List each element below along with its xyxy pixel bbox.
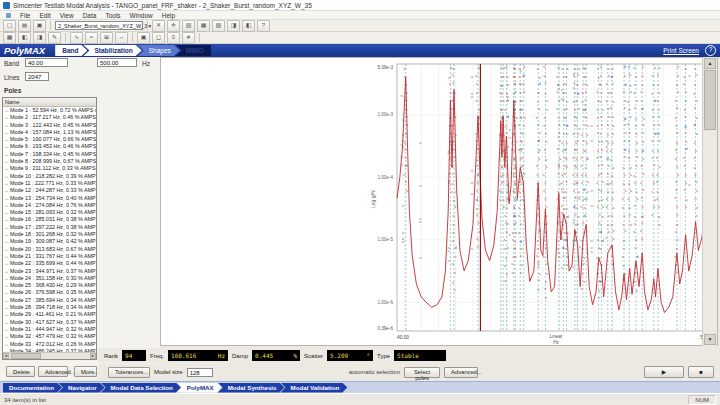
- mode-icon: ↔: [4, 114, 9, 120]
- pole-list-item[interactable]: ↔Mode 10 : 218.282 Hz, 0.39 % AMPS s: [3, 173, 96, 180]
- pole-list-item[interactable]: ↔Mode 13 : 254.734 Hz, 0.40 % AMPS s: [3, 195, 96, 202]
- pole-list-item[interactable]: ↔Mode 11 : 222.771 Hz, 0.33 % AMPS s: [3, 180, 96, 187]
- menu-item-edit[interactable]: Edit: [39, 12, 50, 19]
- banner-step-stabilization[interactable]: Stabilization: [83, 45, 141, 56]
- stabilization-chart[interactable]: 1.00e-31.00e-41.00e-51.00e-65.39e-30.39e…: [160, 57, 718, 346]
- print-icon[interactable]: ◨: [227, 20, 240, 32]
- banner-step-band[interactable]: Band: [55, 45, 87, 56]
- open-icon[interactable]: ▤: [18, 20, 31, 32]
- pole-list-item[interactable]: ↔Mode 27 : 385.694 Hz, 0.34 % AMPS s: [3, 297, 96, 304]
- paste-icon[interactable]: ▦: [197, 20, 210, 32]
- poles-hscrollbar[interactable]: ◄ ►: [3, 352, 96, 359]
- pole-list-item[interactable]: ↔Mode 26 : 376.598 Hz, 0.35 % AMPS s: [3, 289, 96, 296]
- pole-list-item[interactable]: ↔Mode 8 : 208.999 Hz, 0.67 % AMPS s: [3, 158, 96, 165]
- help-icon[interactable]: ?: [257, 20, 270, 32]
- move-icon[interactable]: ↔: [115, 32, 128, 44]
- select-poles-button[interactable]: Select poles: [404, 367, 440, 378]
- hash-icon[interactable]: #: [182, 32, 195, 44]
- poles-list[interactable]: Name ↔Mode 1 : 52.594 Hz, 0.72 % AMPS s↔…: [2, 97, 97, 360]
- menu-item-data[interactable]: Data: [83, 12, 97, 19]
- menu-item-file[interactable]: File: [20, 12, 30, 19]
- advanced-button[interactable]: Advanced...: [38, 366, 68, 377]
- model-size-input[interactable]: 128: [187, 368, 213, 377]
- lines-input[interactable]: 2047: [25, 72, 49, 81]
- pole-list-item[interactable]: ↔Mode 24 : 351.158 Hz, 0.30 % AMPS s: [3, 275, 96, 282]
- pole-list-item[interactable]: ↔Mode 4 : 157.084 Hz, 1.13 % AMPS s: [3, 129, 96, 136]
- curve-icon[interactable]: ∿: [70, 32, 83, 44]
- delete-icon[interactable]: ✕: [152, 20, 165, 32]
- approx-icon[interactable]: ≈: [85, 32, 98, 44]
- edit-icon[interactable]: ✎: [48, 32, 61, 44]
- scroll-down-icon[interactable]: ▼: [704, 334, 716, 345]
- chart-vscrollbar[interactable]: ▲ ▼: [702, 57, 717, 346]
- stop-button[interactable]: ■: [688, 366, 714, 378]
- pole-list-item[interactable]: ↔Mode 14 : 274.084 Hz, 0.76 % AMPS s: [3, 202, 96, 209]
- chart-scroll-thumb[interactable]: [704, 70, 716, 130]
- worksheet-tab-modal-validation[interactable]: Modal Validation: [280, 383, 347, 393]
- pole-list-item[interactable]: ↔Mode 23 : 344.971 Hz, 0.37 % AMPS s: [3, 268, 96, 275]
- pole-list-item[interactable]: ↔Mode 16 : 285.031 Hz, 0.38 % AMPS s: [3, 216, 96, 223]
- advanced-poles-button[interactable]: Advanced...: [444, 367, 478, 378]
- worksheet-tab-modal-data-selection[interactable]: Modal Data Selection: [101, 383, 181, 393]
- pole-list-item[interactable]: ↔Mode 33 : 472.012 Hz, 0.26 % AMPS s: [3, 341, 96, 348]
- worksheet-tab-documentation[interactable]: Documentation: [3, 383, 62, 393]
- pole-list-item[interactable]: ↔Mode 2 : 117.217 Hz, 0.46 % AMPS s: [3, 114, 96, 121]
- select-icon[interactable]: ◧: [18, 32, 31, 44]
- pole-list-item[interactable]: ↔Mode 12 : 244.287 Hz, 0.33 % AMPS s: [3, 187, 96, 194]
- zoom-icon[interactable]: ◨: [33, 32, 46, 44]
- tolerances-button[interactable]: Tolerances...: [108, 367, 150, 378]
- pole-list-item[interactable]: ↔Mode 5 : 190.077 Hz, 0.66 % AMPS s: [3, 136, 96, 143]
- worksheet-tab-polymax[interactable]: PolyMAX: [177, 383, 222, 393]
- new-icon[interactable]: ▢: [3, 20, 16, 32]
- print-screen-link[interactable]: Print Screen: [663, 47, 699, 54]
- pole-list-item[interactable]: ↔Mode 31 : 444.947 Hz, 0.32 % AMPS s: [3, 326, 96, 333]
- scroll-thumb[interactable]: [11, 353, 41, 359]
- pole-list-item[interactable]: ↔Mode 3 : 122.443 Hz, 0.45 % AMPS s: [3, 122, 96, 129]
- box-icon[interactable]: ▣: [137, 32, 150, 44]
- pole-list-item[interactable]: ↔Mode 1 : 52.594 Hz, 0.72 % AMPS s: [3, 107, 96, 114]
- worksheet-tab-modal-synthesis[interactable]: Modal Synthesis: [218, 383, 285, 393]
- pole-list-item[interactable]: ↔Mode 32 : 457.479 Hz, 0.32 % AMPS s: [3, 333, 96, 340]
- menu-item-window[interactable]: Window: [130, 12, 153, 19]
- pole-list-item[interactable]: ↔Mode 17 : 297.222 Hz, 0.38 % AMPS s: [3, 224, 96, 231]
- grid-icon[interactable]: ▦: [3, 32, 16, 44]
- band-from-input[interactable]: 40.00: [25, 58, 68, 67]
- pole-list-item[interactable]: ↔Mode 18 : 301.268 Hz, 0.32 % AMPS s: [3, 231, 96, 238]
- copy-icon[interactable]: ▥: [182, 20, 195, 32]
- pole-list-item[interactable]: ↔Mode 6 : 193.453 Hz, 0.46 % AMPS s: [3, 143, 96, 150]
- snapshot-icon[interactable]: ◧: [242, 20, 255, 32]
- pole-list-item[interactable]: ↔Mode 15 : 281.093 Hz, 0.32 % AMPS s: [3, 209, 96, 216]
- worksheet-tab-navigator[interactable]: Navigator: [58, 383, 105, 393]
- add-icon[interactable]: ⊞: [100, 32, 113, 44]
- auto-selection-label: automatic selection: [349, 369, 400, 375]
- pan-icon[interactable]: ✛: [167, 20, 180, 32]
- menu-item-view[interactable]: View: [60, 12, 74, 19]
- menu-item-help[interactable]: Help: [162, 12, 175, 19]
- pole-list-item[interactable]: ↔Mode 22 : 335.699 Hz, 0.44 % AMPS s: [3, 260, 96, 267]
- scroll-up-icon[interactable]: ▲: [704, 58, 716, 69]
- save-icon[interactable]: ▣: [33, 20, 46, 32]
- delete-button[interactable]: Delete: [6, 366, 35, 377]
- pole-list-item[interactable]: ↔Mode 29 : 411.461 Hz, 0.21 % AMPS s: [3, 311, 96, 318]
- band-to-input[interactable]: 500.00: [97, 58, 137, 67]
- poles-list-header[interactable]: Name: [3, 98, 96, 107]
- pole-list-item[interactable]: ↔Mode 28 : 394.718 Hz, 0.34 % AMPS s: [3, 304, 96, 311]
- banner-help-icon[interactable]: ?: [705, 45, 716, 56]
- pole-list-item[interactable]: ↔Mode 19 : 309.087 Hz, 0.42 % AMPS s: [3, 238, 96, 245]
- pole-list-item[interactable]: ↔Mode 21 : 331.767 Hz, 0.44 % AMPS s: [3, 253, 96, 260]
- pole-list-item[interactable]: ↔Mode 20 : 313.683 Hz, 0.67 % AMPS s: [3, 246, 96, 253]
- list-icon[interactable]: ≡: [167, 32, 180, 44]
- pole-list-item[interactable]: ↔Mode 30 : 417.627 Hz, 0.37 % AMPS s: [3, 319, 96, 326]
- banner-step-shapes[interactable]: Shapes: [138, 45, 180, 56]
- dataset-combo[interactable]: 2_Shaker_Burst_random_XYZ_W_3 ▼: [55, 21, 143, 30]
- pole-list-item[interactable]: ↔Mode 7 : 198.334 Hz, 0.45 % AMPS s: [3, 151, 96, 158]
- pole-list-item[interactable]: ↔Mode 25 : 368.430 Hz, 0.29 % AMPS s: [3, 282, 96, 289]
- menu-item-tools[interactable]: Tools: [105, 12, 120, 19]
- scroll-left-icon[interactable]: ◄: [3, 353, 9, 359]
- run-button[interactable]: ▶: [644, 366, 684, 378]
- pole-list-item[interactable]: ↔Mode 9 : 211.112 Hz, 0.33 % AMPS s: [3, 165, 96, 172]
- table-icon[interactable]: ▧: [212, 20, 225, 32]
- more-button[interactable]: More...: [74, 366, 97, 377]
- frame-icon[interactable]: ◻: [152, 32, 165, 44]
- scroll-right-icon[interactable]: ►: [90, 353, 96, 359]
